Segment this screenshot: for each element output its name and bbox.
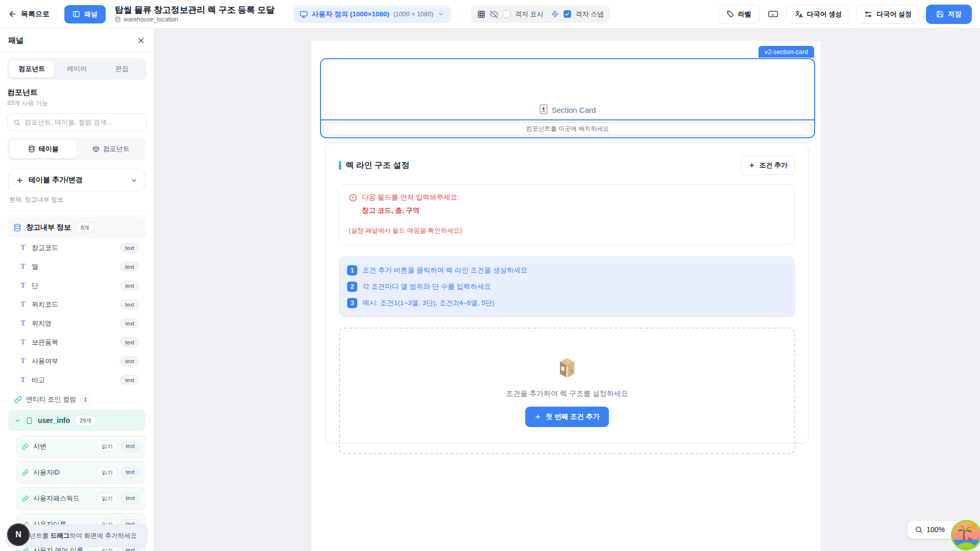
- labels-button[interactable]: 라벨: [718, 5, 760, 24]
- join-table-header[interactable]: user_info 29개: [8, 410, 145, 431]
- join-table-name: user_info: [38, 416, 70, 424]
- join-field-item[interactable]: 사용자패스워드 읽기text: [16, 487, 145, 510]
- text-type-icon: T: [19, 319, 27, 328]
- conditions-empty-state: 조건을 추가하여 렉 구조를 설정하세요 첫 번째 조건 추가: [339, 328, 795, 454]
- link-icon: [22, 495, 29, 502]
- save-button[interactable]: 저장: [926, 5, 972, 24]
- tab-layers[interactable]: 레이어: [54, 60, 99, 78]
- join-field-count-badge: 29개: [75, 415, 96, 426]
- step-item: 1 조건 추가 버튼을 클릭하여 렉 라인 조건을 생성하세요: [347, 265, 787, 276]
- text-type-icon: T: [19, 300, 27, 309]
- panel-tabs: 컴포넌트 레이어 편집: [7, 58, 146, 80]
- warning-fields: 창고 코드, 층, 구역: [362, 206, 786, 215]
- section-card-body[interactable]: Section Card: [321, 59, 814, 120]
- translate-icon: [795, 10, 803, 18]
- sidebar-panel-icon: [72, 10, 80, 18]
- type-badge: text: [120, 262, 139, 271]
- divider: [57, 8, 57, 20]
- link-icon: [22, 469, 29, 476]
- field-count-badge: 8개: [76, 222, 94, 233]
- document-title-block: 탑씰 물류 창고정보관리 렉 구조 등록 모달 warehouse_locati…: [115, 5, 275, 23]
- title-accent-bar: [339, 161, 341, 170]
- type-badge: text: [120, 467, 140, 478]
- current-table-label: 현재: 창고내부 정보: [9, 195, 144, 204]
- viewport-label: 사용자 정의 (1000×1080): [312, 10, 389, 19]
- viewport-size: (1000 × 1080): [394, 11, 433, 18]
- chevron-down-icon: [437, 11, 444, 17]
- step-number-badge: 3: [347, 298, 357, 308]
- database-icon: [28, 145, 35, 153]
- type-badge: text: [120, 281, 139, 290]
- join-field-item[interactable]: 사용자ID 읽기text: [16, 461, 145, 484]
- warning-note: (설정 패널에서 필드 매핑을 확인하세요): [349, 227, 786, 235]
- field-item[interactable]: T 창고코드 text: [7, 238, 146, 257]
- text-type-icon: T: [19, 338, 27, 346]
- keyboard-shortcuts-icon[interactable]: [766, 7, 780, 21]
- components-panel: 패널 컴포넌트 레이어 편집 컴포넌트 83개 사용 가능: [0, 29, 154, 551]
- text-type-icon: T: [19, 244, 27, 252]
- join-field-item[interactable]: 사번 읽기text: [16, 435, 145, 458]
- tab-components[interactable]: 컴포넌트: [9, 60, 54, 78]
- section-card-label: Section Card: [552, 106, 596, 114]
- field-item[interactable]: T 비고 text: [7, 370, 146, 389]
- type-badge: text: [120, 337, 139, 347]
- artboard[interactable]: v2-section-card Section Card 컴포넌트를 이곳에 배…: [311, 41, 821, 551]
- collaborator-cursor-badge: N: [7, 523, 30, 546]
- field-item[interactable]: T 열 text: [7, 257, 146, 276]
- translate-settings-button[interactable]: 다국어 설정: [856, 5, 920, 24]
- tab-edit[interactable]: 편집: [100, 60, 144, 78]
- step-number-badge: 2: [347, 282, 357, 292]
- selected-section-card[interactable]: v2-section-card Section Card 컴포넌트를 이곳에 배…: [320, 58, 815, 138]
- alert-circle-icon: [349, 193, 357, 202]
- table-group-name: 창고내부 정보: [26, 223, 71, 232]
- chevron-down-icon: [130, 177, 138, 184]
- add-table-button[interactable]: 테이블 추가/변경: [8, 169, 145, 191]
- type-badge: text: [120, 493, 140, 504]
- join-count-badge: 1: [80, 394, 90, 405]
- viewport-size-dropdown[interactable]: 사용자 정의 (1000×1080) (1000 × 1080): [293, 6, 451, 23]
- dropzone-strip[interactable]: 컴포넌트를 이곳에 배치하세요: [321, 120, 814, 137]
- back-button[interactable]: 목록으로: [8, 10, 50, 19]
- island-overlay-icon[interactable]: [950, 519, 980, 551]
- plus-icon: [748, 162, 755, 169]
- field-item[interactable]: T 사용여부 text: [7, 352, 146, 370]
- design-canvas[interactable]: v2-section-card Section Card 컴포넌트를 이곳에 배…: [154, 29, 980, 551]
- show-grid-checkbox[interactable]: [503, 10, 510, 18]
- grid-icon[interactable]: [477, 10, 485, 18]
- search-box[interactable]: [7, 113, 146, 131]
- type-badge: text: [120, 318, 139, 328]
- package-box-icon: [554, 355, 580, 381]
- translate-generate-button[interactable]: 다국어 생성: [787, 5, 850, 24]
- selection-label: v2-section-card: [758, 46, 814, 58]
- plus-icon: [534, 413, 542, 420]
- table-source-name: warehouse_location: [124, 16, 178, 23]
- tab-tables[interactable]: 테이블: [9, 139, 78, 159]
- snap-grid-checkbox[interactable]: [564, 10, 571, 18]
- warning-line1: 다음 필드를 먼저 입력해주세요:: [362, 193, 459, 202]
- join-section-label: 엔티티 조인 컬럼: [26, 395, 76, 404]
- toggle-panel-button[interactable]: 패널: [64, 5, 106, 23]
- text-type-icon: T: [19, 282, 27, 290]
- show-grid-label: 격자 표시: [515, 10, 544, 19]
- field-item[interactable]: T 보관품목 text: [7, 333, 146, 352]
- rack-structure-card[interactable]: 렉 라인 구조 설정 조건 추가 다음 필드를 먼저 입력해주세요:: [325, 143, 809, 443]
- add-condition-button[interactable]: 조건 추가: [741, 156, 795, 175]
- field-item[interactable]: T 단 text: [7, 276, 146, 295]
- steps-info-box: 1 조건 추가 버튼을 클릭하여 렉 라인 조건을 생성하세요 2 각 조건마다…: [339, 256, 795, 317]
- tab-component-library[interactable]: 컴포넌트: [78, 139, 145, 159]
- field-item[interactable]: T 위치명 text: [7, 314, 146, 333]
- eye-off-icon[interactable]: [490, 10, 498, 18]
- magnifier-icon: [915, 525, 923, 534]
- field-item[interactable]: T 위치코드 text: [7, 295, 146, 314]
- app: 목록으로 패널 탑씰 물류 창고정보관리 렉 구조 등록 모달 warehous…: [0, 0, 980, 551]
- back-label: 목록으로: [21, 10, 50, 19]
- type-badge: text: [120, 375, 139, 385]
- close-icon[interactable]: [137, 36, 145, 45]
- monitor-icon: [300, 10, 308, 18]
- save-icon: [936, 10, 944, 18]
- table-group-header[interactable]: 창고내부 정보 8개: [7, 217, 146, 238]
- step-item: 3 예시: 조건1(1~3열, 3단), 조건2(4~6열, 5단): [347, 298, 787, 308]
- first-condition-button[interactable]: 첫 번째 조건 추가: [525, 407, 609, 427]
- entity-icon: [26, 417, 33, 424]
- search-input[interactable]: [24, 118, 140, 126]
